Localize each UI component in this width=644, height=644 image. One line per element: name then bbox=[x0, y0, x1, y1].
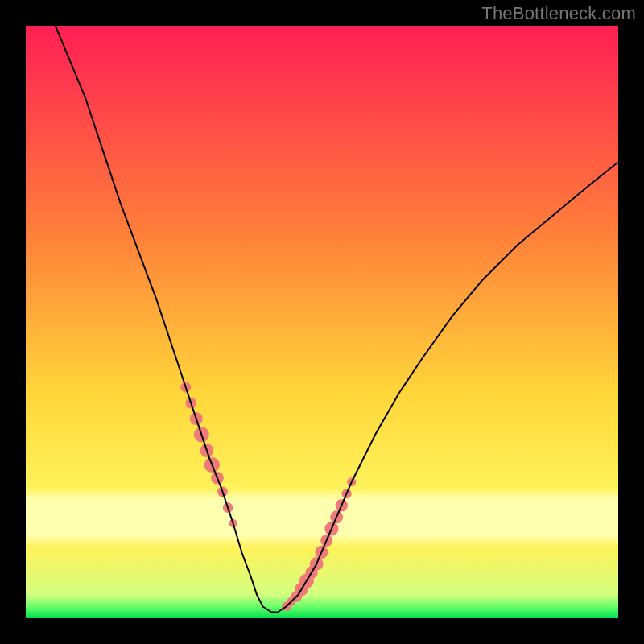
chart-frame bbox=[26, 26, 618, 618]
watermark-text: TheBottleneck.com bbox=[481, 3, 636, 24]
chart-plot bbox=[26, 26, 618, 618]
data-markers bbox=[180, 382, 356, 612]
